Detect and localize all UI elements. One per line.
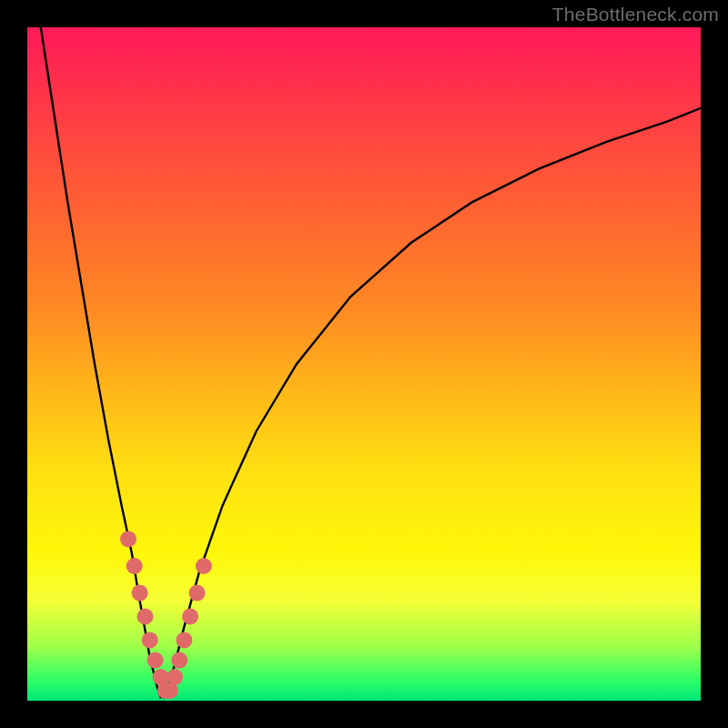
highlight-dot — [196, 558, 212, 574]
chart-frame: TheBottleneck.com — [0, 0, 728, 728]
highlight-dot — [176, 632, 192, 648]
highlight-dot — [182, 609, 198, 625]
highlight-dot — [142, 632, 158, 648]
marker-group — [120, 531, 212, 699]
highlight-dot — [167, 669, 183, 685]
highlight-dot — [137, 609, 154, 625]
highlight-dot — [120, 531, 136, 547]
highlight-dot — [132, 585, 148, 602]
highlight-dot — [171, 652, 187, 669]
highlight-dot — [126, 558, 143, 574]
watermark-text: TheBottleneck.com — [552, 4, 719, 25]
curve-right-branch — [163, 108, 701, 698]
plot-area — [27, 27, 701, 701]
highlight-dot — [188, 585, 205, 602]
highlight-dot — [147, 652, 164, 669]
chart-svg — [27, 27, 701, 701]
